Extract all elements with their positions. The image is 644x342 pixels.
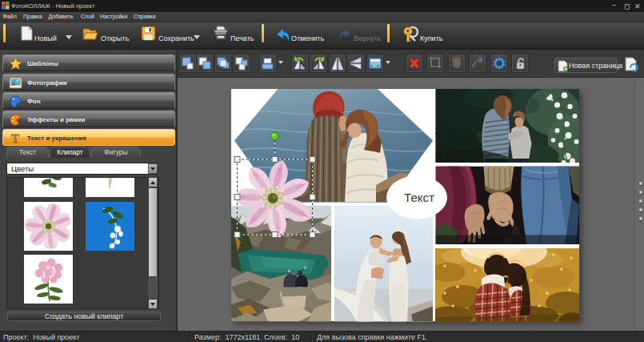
svg-text:T: T [11, 132, 19, 145]
svg-text:Текст: Текст [404, 191, 434, 204]
